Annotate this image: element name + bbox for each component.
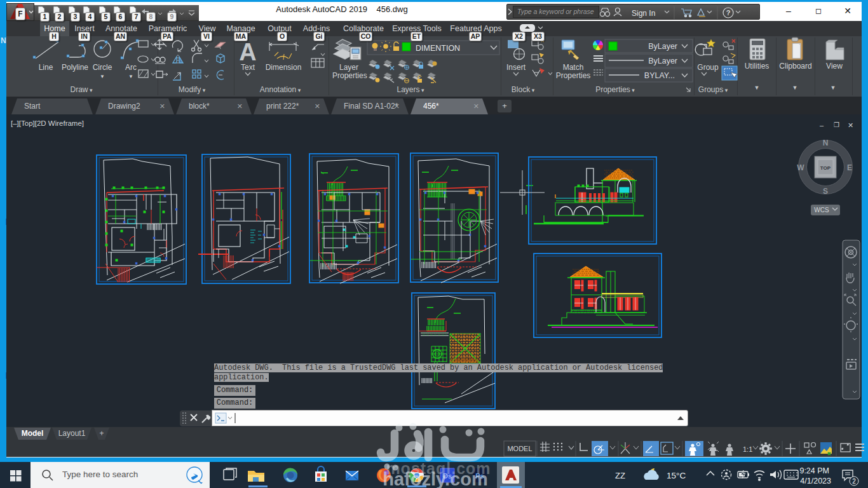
svg-text:E: E bbox=[847, 163, 852, 172]
svg-text:S: S bbox=[823, 187, 828, 196]
svg-text:TOP: TOP bbox=[820, 165, 831, 171]
svg-text:N: N bbox=[823, 139, 829, 147]
svg-text:WCS: WCS bbox=[814, 207, 829, 214]
svg-text:W: W bbox=[797, 163, 804, 172]
